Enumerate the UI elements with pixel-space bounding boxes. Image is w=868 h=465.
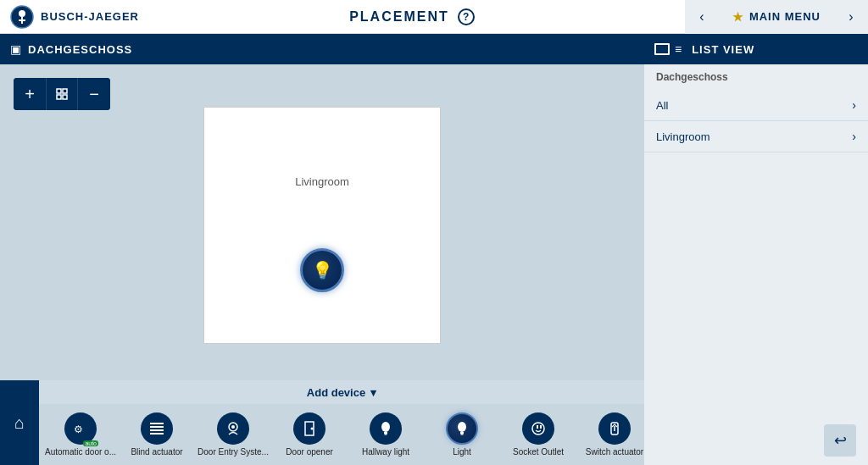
main-menu-button[interactable]: ★ MAIN MENU <box>719 0 834 34</box>
panel-breadcrumb: Dachgeschoss <box>644 64 868 90</box>
list-view-label: LIST VIEW <box>692 43 754 56</box>
device-item-hallway-light[interactable]: Hallway light <box>348 405 424 464</box>
device-item-switch-label: Switch actuator <box>586 447 643 457</box>
svg-point-14 <box>231 425 235 429</box>
door-opener-svg <box>300 419 319 438</box>
main-menu-label: MAIN MENU <box>749 10 821 23</box>
device-icon-door-opener <box>293 412 326 445</box>
panel-view-icon <box>654 43 670 55</box>
right-panel: Dachgeschoss All › Livingroom › ↩ <box>644 64 868 465</box>
svg-point-1 <box>19 10 25 17</box>
svg-rect-10 <box>150 426 164 428</box>
floor-icon: ▣ <box>10 42 21 56</box>
device-item-blind[interactable]: Blind actuator <box>119 405 195 464</box>
device-icon-light <box>446 412 478 445</box>
add-device-label: Add device <box>307 386 365 399</box>
svg-rect-24 <box>537 425 538 429</box>
nav-prev-button[interactable]: ‹ <box>685 0 719 34</box>
svg-rect-22 <box>461 434 464 435</box>
device-item-door-entry-label: Door Entry Syste... <box>198 447 269 457</box>
svg-rect-5 <box>63 89 67 93</box>
device-icon-switch <box>598 412 631 445</box>
device-list: ⚙ auto Automatic door o... Blind actuato… <box>39 404 644 465</box>
device-item-door-opener-label: Door opener <box>286 447 333 457</box>
svg-point-20 <box>458 422 466 432</box>
device-item-light[interactable]: Light <box>424 405 500 464</box>
add-device-dropdown-icon: ▾ <box>370 386 376 399</box>
device-icon-auto-door: ⚙ auto <box>64 412 97 445</box>
zoom-fit-button[interactable] <box>46 78 78 110</box>
panel-item-livingroom-chevron: › <box>852 130 856 143</box>
room-floorplan: Livingroom 💡 <box>203 107 441 344</box>
svg-rect-9 <box>150 423 164 424</box>
panel-back-button[interactable]: ↩ <box>824 424 856 457</box>
svg-rect-19 <box>385 434 387 435</box>
back-arrow-icon: ↩ <box>834 431 847 450</box>
device-item-door-opener[interactable]: Door opener <box>271 405 348 464</box>
svg-text:⚙: ⚙ <box>74 423 83 435</box>
zoom-in-button[interactable]: + <box>14 78 46 110</box>
home-icon: ⌂ <box>14 413 25 433</box>
floor-title: DACHGESCHOSS <box>28 43 132 56</box>
svg-point-17 <box>381 422 390 432</box>
device-item-blind-label: Blind actuator <box>131 447 182 457</box>
svg-rect-25 <box>540 425 542 429</box>
svg-rect-7 <box>63 95 67 99</box>
brand-logo-icon <box>10 5 34 29</box>
panel-item-livingroom-label: Livingroom <box>656 130 710 143</box>
nav-next-button[interactable]: › <box>834 0 868 34</box>
logo-area: BUSCH-JAEGER <box>0 5 139 29</box>
device-circle-icon[interactable]: 💡 <box>300 248 344 292</box>
star-icon: ★ <box>732 10 744 24</box>
panel-item-all-chevron: › <box>852 98 856 112</box>
device-item-auto-door[interactable]: ⚙ auto Automatic door o... <box>42 405 119 464</box>
device-bulb-icon: 💡 <box>312 260 333 280</box>
device-item-door-entry[interactable]: Door Entry Syste... <box>195 405 271 464</box>
brand-name: BUSCH-JAEGER <box>41 10 139 23</box>
zoom-out-button[interactable]: − <box>78 78 110 110</box>
panel-item-livingroom[interactable]: Livingroom › <box>644 121 868 152</box>
zoom-controls: + − <box>14 78 110 110</box>
canvas-area: + − Livingroom 💡 <box>0 64 644 380</box>
nav-buttons: ‹ ★ MAIN MENU › <box>685 0 868 34</box>
floor-bar: ▣ DACHGESCHOSS <box>0 34 644 64</box>
top-header: BUSCH-JAEGER PLACEMENT ? ‹ ★ MAIN MENU › <box>0 0 868 34</box>
page-title: PLACEMENT <box>349 9 449 25</box>
switch-svg <box>605 419 624 438</box>
device-item-socket[interactable]: Socket Outlet <box>500 405 576 464</box>
svg-rect-6 <box>57 95 61 99</box>
zoom-fit-icon <box>55 87 69 101</box>
blind-svg <box>147 419 166 438</box>
panel-item-all[interactable]: All › <box>644 90 868 121</box>
device-icon-socket <box>522 412 554 445</box>
svg-point-16 <box>311 428 314 430</box>
svg-rect-4 <box>57 89 61 93</box>
device-item-light-label: Light <box>453 447 471 457</box>
list-lines-icon: ≡ <box>675 42 682 56</box>
device-icon-blind <box>141 412 173 445</box>
light-svg <box>453 419 471 438</box>
device-icon-door-entry <box>217 412 249 445</box>
header-center: PLACEMENT ? <box>349 8 475 25</box>
device-item-socket-label: Socket Outlet <box>513 447 564 457</box>
right-panel-header: ≡ LIST VIEW <box>644 34 868 64</box>
svg-rect-18 <box>384 432 387 434</box>
room-label: Livingroom <box>295 175 349 188</box>
hallway-light-svg <box>376 419 395 438</box>
socket-svg <box>529 419 548 438</box>
auto-door-svg: ⚙ <box>71 419 90 438</box>
device-item-switch[interactable]: Switch actuator <box>576 405 644 464</box>
panel-item-all-label: All <box>656 99 668 112</box>
add-device-bar[interactable]: Add device ▾ <box>39 380 644 404</box>
device-item-hallway-light-label: Hallway light <box>362 447 409 457</box>
device-item-auto-door-label: Automatic door o... <box>45 447 116 457</box>
svg-rect-12 <box>150 433 164 435</box>
door-entry-svg <box>224 419 242 438</box>
device-icon-hallway-light <box>370 412 402 445</box>
home-button[interactable]: ⌂ <box>0 380 39 465</box>
bottom-bar: Add device ▾ ⚙ auto Automatic door o... <box>39 380 644 465</box>
svg-rect-11 <box>150 429 164 431</box>
help-icon[interactable]: ? <box>458 8 475 25</box>
auto-badge: auto <box>83 440 98 446</box>
placed-device[interactable]: 💡 <box>300 248 344 292</box>
